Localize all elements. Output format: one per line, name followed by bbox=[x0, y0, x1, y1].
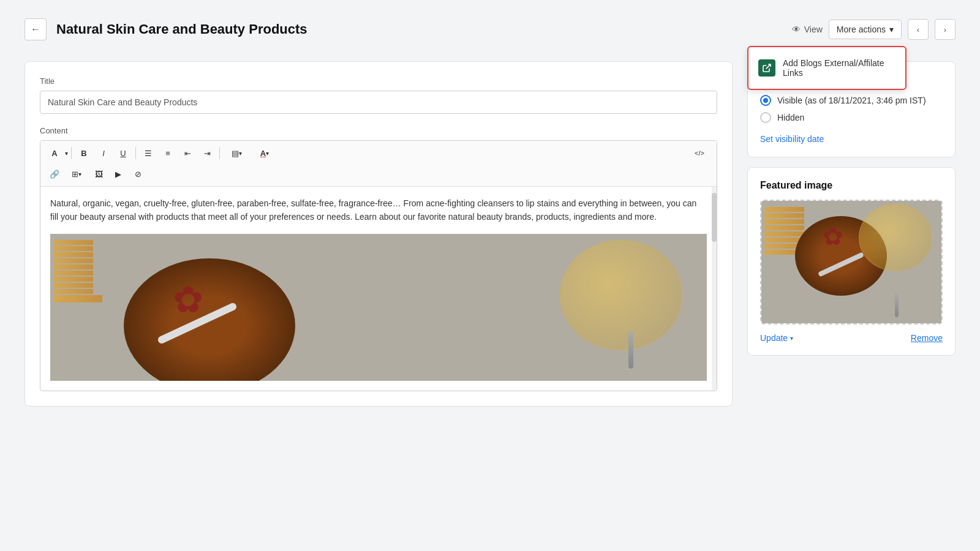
separator-2 bbox=[135, 147, 136, 159]
ul-icon: ☰ bbox=[145, 149, 152, 158]
block-icon: ⊘ bbox=[135, 170, 141, 179]
scroll-track[interactable] bbox=[712, 187, 717, 391]
ol-icon: ≡ bbox=[165, 149, 170, 158]
text-color-btn[interactable]: A ▾ bbox=[251, 144, 278, 162]
visibility-visible-option[interactable]: Visible (as of 18/11/2021, 3:46 pm IST) bbox=[760, 95, 943, 106]
video-btn[interactable]: ▶ bbox=[109, 165, 127, 182]
visibility-hidden-option[interactable]: Hidden bbox=[760, 112, 943, 123]
radio-visible-circle bbox=[760, 95, 771, 106]
main-layout: Title Content A ▾ B I bbox=[24, 61, 956, 407]
svg-line-0 bbox=[766, 64, 771, 69]
nav-next-button[interactable]: › bbox=[935, 19, 956, 40]
editor-body[interactable]: Natural, organic, vegan, cruelty-free, g… bbox=[40, 187, 717, 391]
radio-hidden-circle bbox=[760, 112, 771, 123]
align-left-icon: ⇤ bbox=[184, 149, 191, 158]
update-button[interactable]: Update ▾ bbox=[760, 333, 793, 343]
back-button[interactable]: ← bbox=[24, 18, 47, 40]
editor-toolbar: A ▾ B I U bbox=[40, 141, 717, 187]
table-btn[interactable]: ⊞ ▾ bbox=[65, 165, 88, 182]
featured-dropper bbox=[895, 293, 899, 317]
italic-btn[interactable]: I bbox=[94, 144, 113, 162]
header-left: ← Natural Skin Care and Beauty Products bbox=[24, 18, 307, 40]
right-panel: Visibility Visible (as of 18/11/2021, 3:… bbox=[747, 61, 956, 407]
align-chevron-icon: ▾ bbox=[239, 150, 242, 157]
font-btn[interactable]: A bbox=[45, 144, 64, 162]
toolbar-row-1: A ▾ B I U bbox=[45, 144, 712, 162]
link-icon: 🔗 bbox=[50, 170, 59, 179]
more-actions-label: More actions bbox=[837, 24, 886, 34]
unordered-list-btn[interactable]: ☰ bbox=[139, 144, 157, 162]
chevron-down-icon: ▾ bbox=[889, 24, 894, 34]
align-dropdown-btn[interactable]: ▤ ▾ bbox=[223, 144, 250, 162]
featured-image-title: Featured image bbox=[760, 180, 943, 191]
view-button[interactable]: 👁 View bbox=[792, 24, 823, 34]
ordered-list-btn[interactable]: ≡ bbox=[159, 144, 177, 162]
content-label: Content bbox=[40, 126, 717, 135]
featured-flower: ✿ bbox=[823, 222, 843, 250]
chevron-down-icon[interactable]: ▾ bbox=[65, 150, 68, 157]
align-right-icon: ⇥ bbox=[204, 149, 211, 158]
update-label: Update bbox=[760, 333, 788, 343]
bold-btn[interactable]: B bbox=[75, 144, 93, 162]
font-icon: A bbox=[51, 149, 57, 158]
visibility-hidden-label: Hidden bbox=[777, 113, 804, 122]
chevron-left-icon: ‹ bbox=[917, 25, 919, 34]
header-right: 👁 View More actions ▾ ‹ › bbox=[792, 19, 956, 40]
editor-inline-image: ✿ bbox=[50, 234, 707, 381]
featured-image-actions: Update ▾ Remove bbox=[760, 333, 943, 343]
link-btn[interactable]: 🔗 bbox=[45, 165, 64, 182]
title-input[interactable] bbox=[40, 91, 717, 114]
table-icon: ⊞ bbox=[72, 170, 78, 179]
remove-link[interactable]: Remove bbox=[911, 333, 943, 343]
separator-1 bbox=[71, 147, 72, 159]
external-link-icon bbox=[758, 59, 775, 77]
eye-icon: 👁 bbox=[792, 24, 801, 34]
page-title: Natural Skin Care and Beauty Products bbox=[56, 21, 307, 37]
italic-icon: I bbox=[102, 149, 105, 158]
align-icon: ▤ bbox=[232, 149, 239, 158]
editor-scroll-area: Natural, organic, vegan, cruelty-free, g… bbox=[40, 187, 717, 391]
toolbar-row-2: 🔗 ⊞ ▾ 🖼 ▶ ⊘ bbox=[45, 165, 712, 182]
block-btn[interactable]: ⊘ bbox=[129, 165, 147, 182]
underline-icon: U bbox=[120, 149, 126, 158]
title-label: Title bbox=[40, 77, 717, 86]
video-icon: ▶ bbox=[115, 170, 121, 179]
text-color-icon: A bbox=[260, 149, 266, 158]
table-chevron-icon: ▾ bbox=[78, 171, 81, 178]
align-left-btn[interactable]: ⇤ bbox=[178, 144, 197, 162]
code-btn[interactable]: </> bbox=[687, 144, 712, 162]
chevron-right-icon: › bbox=[944, 25, 946, 34]
image-btn[interactable]: 🖼 bbox=[89, 165, 108, 182]
featured-image-card: Featured image bbox=[747, 167, 956, 356]
view-label: View bbox=[804, 24, 823, 34]
separator-3 bbox=[219, 147, 220, 159]
nav-prev-button[interactable]: ‹ bbox=[908, 19, 929, 40]
set-visibility-date-link[interactable]: Set visibility date bbox=[760, 134, 824, 144]
color-chevron-icon: ▾ bbox=[266, 150, 269, 157]
bamboo-mat bbox=[53, 240, 93, 307]
more-actions-button[interactable]: More actions ▾ bbox=[829, 20, 902, 39]
glass-bottle bbox=[560, 240, 682, 350]
code-icon: </> bbox=[695, 149, 704, 157]
page-header: ← Natural Skin Care and Beauty Products … bbox=[24, 12, 956, 47]
underline-btn[interactable]: U bbox=[114, 144, 132, 162]
radio-visible-dot bbox=[763, 98, 768, 103]
image-icon: 🖼 bbox=[95, 170, 103, 179]
featured-image-wrapper: ✿ bbox=[760, 200, 943, 324]
featured-image[interactable]: ✿ bbox=[761, 201, 941, 323]
featured-glass bbox=[859, 204, 932, 271]
update-chevron-icon: ▾ bbox=[790, 335, 793, 342]
editor-panel: Title Content A ▾ B I bbox=[24, 61, 733, 407]
add-affiliate-links-label: Add Blogs External/Affilate Links bbox=[783, 58, 895, 78]
visibility-visible-label: Visible (as of 18/11/2021, 3:46 pm IST) bbox=[777, 96, 926, 105]
bold-icon: B bbox=[81, 149, 86, 158]
editor-text-content: Natural, organic, vegan, cruelty-free, g… bbox=[50, 197, 707, 224]
add-affiliate-links-item[interactable]: Add Blogs External/Affilate Links bbox=[748, 52, 905, 84]
align-right-btn[interactable]: ⇥ bbox=[198, 144, 216, 162]
dropper-element bbox=[628, 332, 633, 369]
scroll-thumb bbox=[712, 193, 717, 242]
more-actions-dropdown: Add Blogs External/Affilate Links bbox=[747, 46, 907, 90]
content-editor[interactable]: A ▾ B I U bbox=[40, 140, 717, 391]
